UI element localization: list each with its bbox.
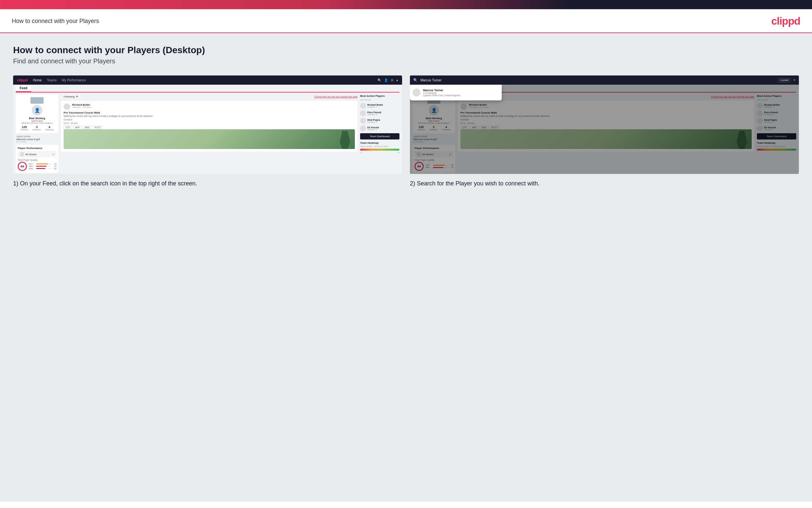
search-close-button[interactable]: × xyxy=(793,78,796,82)
step-descriptions: 1) On your Feed, click on the search ico… xyxy=(13,179,799,188)
search-result-handicap: 1.5 Handicap xyxy=(423,92,461,94)
step-2-text: 2) Search for the Player you wish to con… xyxy=(410,179,799,188)
ap-richard-2: Richard Butler Activities: 7 xyxy=(757,103,796,109)
mockup-1: clippd Home Teams My Performance 🔍 👤 ⚙ ●… xyxy=(13,76,402,174)
player-select-2-bg: Eli Vincent ▼ xyxy=(415,151,453,158)
ap-av-eli-2 xyxy=(757,125,763,131)
player-select-1[interactable]: Eli Vincent ▼ xyxy=(18,151,56,158)
activity-title-1: Pre Tournament Course Walk xyxy=(64,111,355,114)
stat-activities: 129 Activities xyxy=(21,125,29,131)
bar-label-app: APP xyxy=(29,165,36,167)
tpq-score-row-1: 84 OTT 79 APP xyxy=(18,162,56,171)
control-link[interactable]: Control who can see your activity and da… xyxy=(314,95,357,98)
nav-icons: 🔍 👤 ⚙ ● xyxy=(378,78,398,82)
activity-card-2-bg: Richard Butler Yesterday · The Grove Pre… xyxy=(458,101,754,152)
heatmap-labels-1: -5 +5 xyxy=(360,152,399,154)
tag-app-2: APP xyxy=(470,126,478,129)
activity-author-avatar xyxy=(64,103,70,110)
tags-2-bg: OTT APP ARG PUTT xyxy=(461,126,752,129)
nav-home[interactable]: Home xyxy=(33,78,42,82)
following-row-1: Following ▼ Control who can see your act… xyxy=(61,94,357,99)
most-active-title-1: Most Active Players xyxy=(360,94,399,97)
latest-activity-name: Afternoon round of golf xyxy=(16,138,58,140)
activity-header-1: Richard Butler Yesterday · The Grove xyxy=(64,103,355,110)
center-2-bg: Following ▼ Control who can see your act… xyxy=(458,94,754,173)
activity-duration-value: 02 hr : 00 min xyxy=(64,122,355,124)
search-result-name: Marcus Turner xyxy=(423,89,461,92)
ap-info-eli-2: Eli Vincent Activities: 1 xyxy=(764,126,776,131)
nav-teams[interactable]: Teams xyxy=(47,78,56,82)
team-heatmap-sub-1: Player Quality · 20 Round Trend xyxy=(360,145,399,147)
activity-av-2-bg xyxy=(461,103,467,110)
tpq-bar-app: APP 70 xyxy=(29,165,56,167)
player-select-avatar-1 xyxy=(20,152,24,157)
stat-following-num: 4 xyxy=(45,125,53,129)
app-body-2-bg: 👤 Blair McHarg Golf Coach Mill Ride Golf… xyxy=(410,92,799,174)
avatar-icon[interactable]: ● xyxy=(396,78,398,82)
mockup-2-card: clippd Home Teams My Performance Feed xyxy=(410,76,799,174)
tpq-bar-arg: ARG 61 xyxy=(29,168,56,170)
stat-following-label: Following xyxy=(45,129,53,131)
player-sel-arrow-2-bg: ▼ xyxy=(449,153,451,156)
profile-card-1: 👤 Blair McHarg Golf Coach Mill Ride Golf… xyxy=(16,94,58,133)
left-panel-1: 👤 Blair McHarg Golf Coach Mill Ride Golf… xyxy=(16,94,58,173)
player-avatar-piers xyxy=(360,110,366,116)
team-dashboard-button-1[interactable]: Team Dashboard xyxy=(360,133,399,139)
search-result-info: Marcus Turner 1.5 Handicap Cypress Point… xyxy=(423,89,461,96)
search-input-mock[interactable]: Marcus Turner xyxy=(420,78,775,82)
feed-tab[interactable]: Feed xyxy=(16,85,31,92)
activity-nm-2-bg: Richard Butler xyxy=(469,103,489,106)
tpq-score-1: 84 xyxy=(18,162,27,171)
ap-hiral-2: Hiral Pujara Activities: 3 xyxy=(757,118,796,124)
bar-label-arg: ARG xyxy=(29,168,36,170)
tag-ott-2: OTT xyxy=(461,126,469,129)
activity-card-1: Richard Butler Yesterday · The Grove Pre… xyxy=(61,101,357,152)
people-icon[interactable]: 👤 xyxy=(384,78,388,82)
search-icon[interactable]: 🔍 xyxy=(378,78,381,82)
settings-icon[interactable]: ⚙ xyxy=(391,78,393,82)
player-name-piers: Piers Parnell xyxy=(367,111,381,114)
heatmap-bar-2-bg xyxy=(757,149,796,151)
bar-fill-ott xyxy=(36,163,48,164)
heatmap-sub-2-bg: Player Quality · 20 Round Trend xyxy=(757,145,796,147)
activity-image-1 xyxy=(64,129,355,149)
most-sub-2-bg: Last 30 days xyxy=(757,99,796,101)
profile-role-2-bg: Golf Coach xyxy=(415,120,452,122)
latest-act-2: Afternoon round of golf xyxy=(413,138,455,140)
player-acts-richard: Activities: 7 xyxy=(367,106,383,108)
player-name-richard: Richard Butler xyxy=(367,104,383,106)
stat-following: 4 Following xyxy=(45,125,53,131)
bar-track-ott xyxy=(36,163,51,164)
player-avatar-richard xyxy=(360,103,366,109)
following-label: Following xyxy=(64,95,75,98)
activity-desc-1: Walking the course with my coach to buil… xyxy=(64,115,355,117)
bar-track-app xyxy=(36,166,51,167)
hero-title: How to connect with your Players (Deskto… xyxy=(13,45,799,55)
heatmap-max: +5 xyxy=(397,152,399,154)
stat-followers-2: 3Followers xyxy=(429,125,438,131)
page-title: How to connect with your Players xyxy=(12,18,99,25)
most-active-2-bg: Most Active Players xyxy=(757,94,796,97)
search-result-item[interactable]: Marcus Turner 1.5 Handicap Cypress Point… xyxy=(413,87,499,98)
search-icon-overlay: 🔍 xyxy=(413,78,418,82)
latest-act-date-2: 27 Jul 2022 xyxy=(413,141,455,143)
following-button[interactable]: Following ▼ xyxy=(61,94,81,99)
bar-app-2-bg: APP 70 xyxy=(426,166,453,168)
tpq-label-1: Total Player Quality xyxy=(18,159,56,161)
mockup-2: clippd Home Teams My Performance Feed xyxy=(410,76,799,174)
search-clear-button[interactable]: CLEAR xyxy=(778,78,791,82)
tpq-circle-2-bg: 84 xyxy=(415,162,424,171)
nav-my-performance[interactable]: My Performance xyxy=(62,78,86,82)
duration-val-2: 02 hr : 00 min xyxy=(461,122,752,124)
duration-lbl-2: Duration xyxy=(461,119,752,121)
app-nav-1: clippd Home Teams My Performance 🔍 👤 ⚙ ● xyxy=(13,76,402,85)
stat-activities-label: Activities xyxy=(21,129,29,131)
control-link-2-bg: Control who can see your activity and da… xyxy=(711,95,754,98)
search-results-dropdown: Marcus Turner 1.5 Handicap Cypress Point… xyxy=(410,85,502,100)
latest-label-2: Latest Activity xyxy=(413,135,455,137)
player-perf-2-bg: Player Performance Eli Vincent ▼ Total P… xyxy=(413,145,455,173)
active-player-4: Eli Vincent Activities: 1 xyxy=(360,125,399,131)
tag-putt-2: PUTT xyxy=(489,126,499,129)
page-footer: Copyright Clippd 2022 xyxy=(0,502,812,508)
search-result-avatar xyxy=(413,89,420,96)
